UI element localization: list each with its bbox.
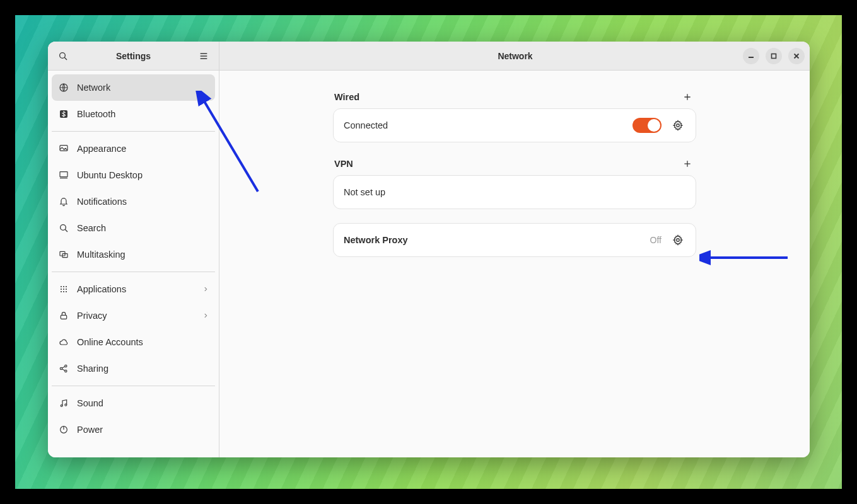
search-icon [58,51,68,61]
minimize-icon [748,53,754,59]
sidebar-separator [52,131,215,132]
section-wired: Wired Connected [333,89,696,142]
sidebar-separator [52,386,215,386]
maximize-icon [771,53,777,59]
desktop-background: Settings Network Bluetooth [15,15,842,489]
gear-icon [672,234,684,246]
hamburger-menu-button[interactable] [194,46,214,66]
sidebar-item-label: Online Accounts [77,337,143,347]
bluetooth-icon [58,108,69,120]
sidebar-item-label: Privacy [77,311,107,321]
toggle-knob [648,119,660,132]
sidebar-item-label: Network [77,83,110,93]
sidebar-item-ubuntu-desktop[interactable]: Ubuntu Desktop [52,162,215,188]
proxy-row[interactable]: Network Proxy Off [333,223,696,257]
section-vpn: VPN Not set up [333,156,696,209]
svg-rect-8 [60,172,67,177]
plus-icon [683,159,692,168]
grid-icon [58,284,69,295]
sidebar-item-search[interactable]: Search [52,215,215,241]
sidebar-item-label: Bluetooth [77,109,115,119]
sidebar: Settings Network Bluetooth [48,42,219,457]
page-title: Network [288,51,743,61]
sidebar-item-applications[interactable]: Applications [52,276,215,302]
appearance-icon [58,143,69,154]
svg-point-16 [66,286,67,287]
svg-point-29 [61,405,62,407]
svg-line-27 [62,367,65,369]
add-vpn-button[interactable] [680,156,695,171]
search-icon [58,222,69,234]
hamburger-icon [199,51,209,61]
vpn-row: Not set up [333,175,696,209]
sidebar-item-privacy[interactable]: Privacy [52,302,215,329]
svg-point-30 [65,404,67,406]
sidebar-item-label: Appearance [77,144,126,154]
svg-point-15 [63,286,64,287]
sidebar-item-label: Sound [77,398,103,408]
svg-point-22 [66,291,67,292]
bell-icon [58,196,69,207]
note-icon [58,398,69,409]
share-icon [58,363,69,374]
sidebar-item-sound[interactable]: Sound [52,390,215,416]
sidebar-item-label: Applications [77,284,126,294]
close-icon [793,53,800,59]
sidebar-item-appearance[interactable]: Appearance [52,135,215,162]
wired-status: Connected [344,120,388,130]
sidebar-item-label: Multitasking [77,249,125,260]
vpn-status: Not set up [344,187,385,197]
sidebar-title: Settings [73,51,194,61]
plus-icon [683,93,692,101]
main-header: Network [219,42,810,71]
add-wired-button[interactable] [680,89,695,105]
settings-window: Settings Network Bluetooth [48,42,810,457]
close-button[interactable] [788,48,805,64]
power-icon [58,424,69,435]
svg-point-0 [60,52,66,58]
sidebar-list: Network Bluetooth Appearance [48,71,219,457]
svg-rect-23 [61,315,66,319]
sidebar-item-label: Sharing [77,364,108,374]
svg-point-10 [61,225,66,231]
section-header-wired: Wired [333,89,696,108]
wired-connection-row: Connected [333,108,696,142]
svg-point-42 [677,239,680,242]
section-proxy: Network Proxy Off [333,223,696,257]
main-panel: Network Wired [219,42,810,457]
sidebar-item-sharing[interactable]: Sharing [52,355,215,382]
section-label: VPN [334,159,353,169]
gear-icon [672,120,684,131]
sidebar-item-label: Notifications [77,197,127,207]
search-button[interactable] [53,46,73,66]
window-controls [743,48,805,64]
svg-line-11 [65,229,67,232]
chevron-right-icon [202,285,209,294]
sidebar-item-label: Power [77,425,103,435]
proxy-label: Network Proxy [344,235,408,245]
minimize-button[interactable] [743,48,759,64]
svg-point-20 [61,291,62,292]
content-area: Wired Connected [219,71,810,457]
sidebar-item-power[interactable]: Power [52,416,215,443]
svg-point-18 [63,289,64,290]
sidebar-item-multitasking[interactable]: Multitasking [52,241,215,268]
sidebar-item-bluetooth[interactable]: Bluetooth [52,101,215,127]
sidebar-header: Settings [48,42,219,71]
sidebar-item-online-accounts[interactable]: Online Accounts [52,329,215,355]
lock-icon [58,310,69,321]
globe-icon [58,82,69,93]
wired-settings-button[interactable] [670,118,685,133]
wired-toggle[interactable] [633,118,662,133]
sidebar-item-network[interactable]: Network [52,74,215,101]
svg-point-21 [63,291,64,292]
svg-rect-34 [772,54,776,58]
maximize-button[interactable] [766,48,782,64]
multitasking-icon [58,249,69,260]
cloud-icon [58,336,69,348]
proxy-settings-button[interactable] [670,232,685,248]
svg-point-14 [61,286,62,287]
sidebar-item-notifications[interactable]: Notifications [52,188,215,215]
sidebar-item-label: Ubuntu Desktop [77,170,143,180]
svg-line-1 [64,57,67,60]
